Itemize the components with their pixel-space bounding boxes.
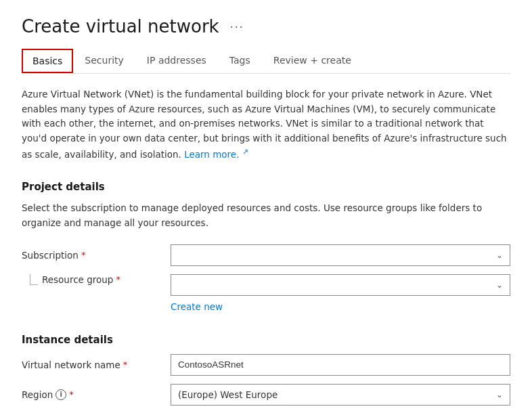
- resource-group-dropdown[interactable]: ⌄: [171, 274, 510, 296]
- tabs-bar: Basics Security IP addresses Tags Review…: [22, 47, 510, 74]
- subscription-control: ⌄: [171, 244, 510, 266]
- project-details-section: Project details Select the subscription …: [22, 181, 510, 311]
- vnet-name-input[interactable]: [171, 354, 510, 376]
- resource-group-chevron-icon: ⌄: [496, 280, 503, 290]
- region-label: Region i *: [22, 389, 171, 400]
- intro-description: Azure Virtual Network (VNet) is the fund…: [22, 87, 509, 162]
- region-value: (Europe) West Europe: [178, 389, 278, 400]
- tab-basics[interactable]: Basics: [22, 49, 73, 73]
- page-header: Create virtual network ···: [22, 16, 510, 37]
- tab-review-create[interactable]: Review + create: [262, 47, 363, 73]
- instance-details-title: Instance details: [22, 334, 510, 346]
- subscription-label: Subscription *: [22, 250, 171, 261]
- vnet-name-control: [171, 354, 510, 376]
- resource-group-label: Resource group *: [38, 274, 120, 285]
- project-details-description: Select the subscription to manage deploy…: [22, 201, 509, 230]
- vnet-name-row: Virtual network name *: [22, 354, 510, 376]
- project-details-title: Project details: [22, 181, 510, 193]
- vnet-name-required: *: [123, 359, 128, 370]
- region-row: Region i * (Europe) West Europe ⌄: [22, 384, 510, 406]
- create-new-link[interactable]: Create new: [171, 301, 223, 312]
- subscription-row: Subscription * ⌄: [22, 244, 510, 266]
- tab-ip-addresses[interactable]: IP addresses: [135, 47, 218, 73]
- tab-tags[interactable]: Tags: [218, 47, 262, 73]
- tab-security[interactable]: Security: [73, 47, 135, 73]
- external-link-icon: ↗: [242, 147, 248, 156]
- subscription-dropdown[interactable]: ⌄: [171, 244, 510, 266]
- region-dropdown[interactable]: (Europe) West Europe ⌄: [171, 384, 510, 406]
- vnet-name-label: Virtual network name *: [22, 359, 171, 370]
- region-control: (Europe) West Europe ⌄: [171, 384, 510, 406]
- instance-details-section: Instance details Virtual network name * …: [22, 334, 510, 406]
- ellipsis-button[interactable]: ···: [226, 18, 248, 35]
- resource-group-required: *: [116, 274, 120, 284]
- resource-group-control: ⌄: [171, 274, 510, 296]
- region-required: *: [69, 389, 74, 399]
- region-info-icon: i: [56, 389, 66, 400]
- learn-more-link[interactable]: Learn more. ↗: [184, 149, 248, 160]
- subscription-chevron-icon: ⌄: [496, 250, 503, 260]
- region-chevron-icon: ⌄: [496, 390, 503, 399]
- page-title: Create virtual network: [22, 16, 219, 37]
- subscription-required: *: [81, 250, 86, 260]
